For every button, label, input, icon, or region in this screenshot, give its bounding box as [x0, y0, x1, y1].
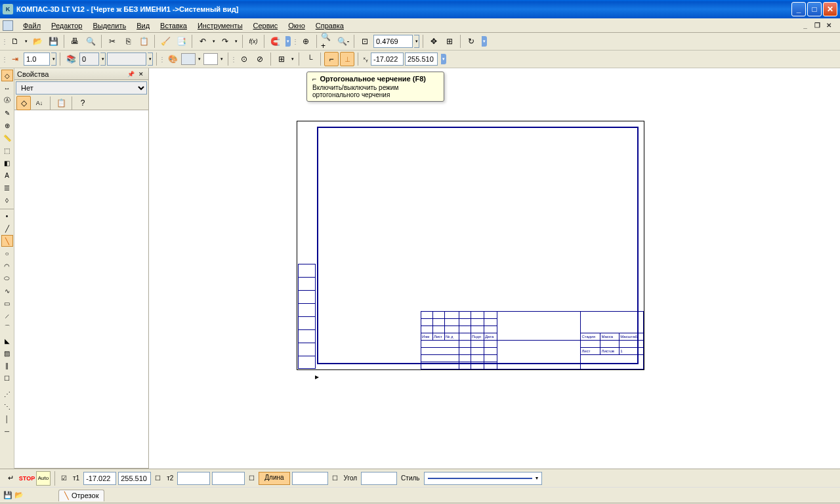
props-sort-az[interactable]: A↓: [32, 96, 47, 110]
undo-button[interactable]: ↶: [196, 34, 210, 49]
copy-props-button[interactable]: 🧹: [158, 34, 173, 49]
lcs-button[interactable]: └: [303, 52, 317, 66]
spec-tool[interactable]: A: [1, 169, 13, 181]
select-tool[interactable]: ⬚: [1, 144, 13, 156]
t1-y-input[interactable]: [118, 472, 151, 485]
toolbar-grip-4[interactable]: [160, 52, 164, 66]
toolbar-overflow-2[interactable]: ▾: [482, 36, 487, 47]
extra1-tool[interactable]: ⋰: [1, 388, 13, 400]
props-categories[interactable]: 📋: [54, 96, 68, 110]
zoom-prev-button[interactable]: ⊞: [442, 34, 457, 49]
polyline-tool[interactable]: ⟋: [1, 310, 13, 322]
toolbar-grip-2[interactable]: [293, 34, 297, 49]
undo-dropdown[interactable]: ▾: [211, 39, 217, 44]
new-dropdown[interactable]: ▾: [24, 39, 29, 44]
angle-input[interactable]: [361, 472, 397, 485]
angle-checkbox[interactable]: ☐: [330, 474, 340, 482]
zoom-input[interactable]: [373, 35, 413, 48]
zoom-dropdown[interactable]: ▾: [414, 35, 419, 48]
zoom-in-button[interactable]: 🔍+: [320, 34, 335, 49]
equidistant-tool[interactable]: ‖: [1, 360, 13, 371]
new-button[interactable]: 🗋: [8, 34, 22, 49]
layer-input[interactable]: [79, 52, 99, 66]
redraw-button[interactable]: ↻: [464, 34, 478, 49]
menu-insert[interactable]: Вставка: [156, 20, 192, 31]
layer-dropdown[interactable]: ▾: [100, 52, 106, 66]
menu-file[interactable]: Файл: [18, 20, 45, 31]
current-state-button[interactable]: ⇥: [8, 52, 22, 66]
param-tool[interactable]: ⊕: [1, 119, 13, 131]
assoc-view-tool[interactable]: ◧: [1, 157, 13, 169]
create-object-button[interactable]: ↵: [3, 471, 18, 486]
menu-tools[interactable]: Инструменты: [193, 20, 247, 31]
paste-button[interactable]: 📋: [136, 34, 151, 49]
toolbar-overflow-3[interactable]: ▾: [441, 54, 446, 64]
layer-button[interactable]: 📚: [64, 52, 78, 66]
menu-select[interactable]: Выделить: [88, 20, 131, 31]
hatch-tool[interactable]: ▨: [1, 347, 13, 359]
extra2-tool[interactable]: ⋱: [1, 400, 13, 412]
t1-checkbox[interactable]: ☑: [59, 474, 69, 482]
stop-button[interactable]: STOP: [20, 471, 34, 486]
save-state-button[interactable]: 💾: [3, 491, 12, 499]
color-button[interactable]: 🎨: [165, 52, 180, 66]
grid-button[interactable]: ⊞: [274, 52, 289, 66]
edit-tool[interactable]: ✎: [1, 107, 13, 119]
mdi-minimize[interactable]: _: [801, 21, 810, 30]
pan-button[interactable]: ✥: [427, 34, 441, 49]
insert-tool[interactable]: ◊: [1, 194, 13, 206]
auto-button[interactable]: Auto: [36, 471, 51, 486]
geometry-tool[interactable]: ◇: [1, 70, 13, 81]
print-button[interactable]: 🖶: [68, 34, 82, 49]
toolbar-grip-3[interactable]: [3, 52, 7, 66]
coord-y-input[interactable]: [405, 52, 438, 66]
load-state-button[interactable]: 📂: [14, 491, 24, 499]
report-tool[interactable]: ☰: [1, 182, 13, 194]
fill-dropdown[interactable]: ▾: [219, 56, 224, 62]
notation-tool[interactable]: Ⓐ: [1, 94, 13, 106]
mdi-restore[interactable]: ❐: [812, 21, 822, 30]
redo-button[interactable]: ↷: [218, 34, 232, 49]
library-button[interactable]: 🧲: [268, 34, 282, 49]
aux-line-tool[interactable]: ╱: [1, 222, 13, 234]
copy-button[interactable]: ⎘: [121, 34, 135, 49]
length-input[interactable]: [292, 472, 328, 485]
properties-grid[interactable]: [14, 110, 148, 469]
props-tab-1[interactable]: ◇: [16, 96, 31, 110]
toolbar-grip[interactable]: [3, 34, 7, 49]
extra3-tool[interactable]: │: [1, 413, 13, 425]
properties-button[interactable]: 📑: [174, 34, 188, 49]
snap-off-button[interactable]: ⊘: [253, 52, 267, 66]
save-button[interactable]: 💾: [46, 34, 60, 49]
length-label[interactable]: Длина: [259, 472, 289, 485]
scale-dropdown[interactable]: ▾: [51, 52, 56, 66]
view-dropdown[interactable]: ▾: [148, 52, 153, 66]
cut-button[interactable]: ✂: [105, 34, 119, 49]
document-icon[interactable]: [3, 20, 13, 31]
view-name-input[interactable]: [107, 52, 146, 66]
zoom-out-button[interactable]: 🔍-: [336, 34, 350, 49]
measure-tool[interactable]: 📏: [1, 132, 13, 144]
t2-checkbox[interactable]: ☐: [153, 474, 163, 482]
drawing-canvas[interactable]: ⌐Ортогональное черчение (F8) Включить/вы…: [149, 68, 840, 469]
fill-color[interactable]: [203, 53, 218, 65]
preview-button[interactable]: 🔍: [83, 34, 98, 49]
snap-button[interactable]: ⊙: [237, 52, 251, 66]
redo-dropdown[interactable]: ▾: [234, 39, 239, 44]
point-tool[interactable]: •: [1, 210, 13, 222]
menu-view[interactable]: Вид: [132, 20, 154, 31]
zoom-window-button[interactable]: ⊕: [299, 34, 313, 49]
line-style-combo[interactable]: ▾: [424, 472, 542, 485]
ortho-toggle-button[interactable]: ⟂: [340, 52, 354, 66]
scale-input[interactable]: [24, 52, 50, 66]
chamfer-tool[interactable]: ◣: [1, 335, 13, 346]
coord-x-input[interactable]: [371, 52, 404, 66]
spline-tool[interactable]: ∿: [1, 285, 13, 297]
toolbar-overflow[interactable]: ▾: [285, 36, 291, 47]
arc-tool[interactable]: ◠: [1, 260, 13, 272]
rect-tool[interactable]: ▭: [1, 297, 13, 309]
t2-x-input[interactable]: [177, 472, 210, 485]
circle-tool[interactable]: ○: [1, 247, 13, 259]
variables-button[interactable]: f(x): [246, 34, 261, 49]
t1-x-input[interactable]: [83, 472, 116, 485]
